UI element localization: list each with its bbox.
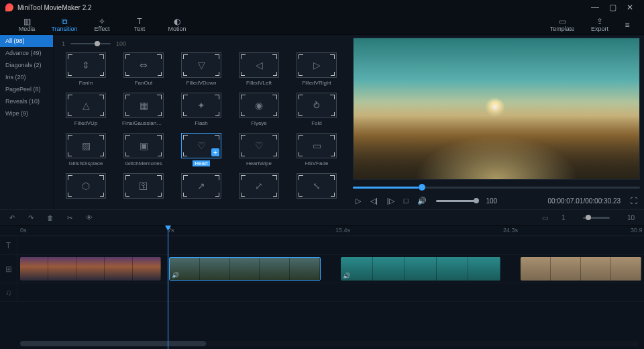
transition-label: FilledVLeft [246, 80, 272, 86]
transition-item19[interactable]: ⤡ [292, 173, 341, 201]
playhead[interactable] [168, 226, 168, 349]
transition-GlitchDisplace[interactable]: ▨GlitchDisplace [62, 133, 110, 166]
toolbar: ▥Media ⧉Transition ✧Effect TText ◐Motion… [0, 15, 644, 35]
transition-label: HeartWipe [246, 160, 272, 166]
sidebar-item-wipe[interactable]: Wipe (9) [0, 107, 53, 119]
add-transition-button[interactable]: + [211, 148, 219, 156]
audio-track-icon: ♫ [0, 283, 17, 301]
next-frame-button[interactable]: |▷ [387, 197, 394, 205]
play-button[interactable]: ▷ [356, 197, 361, 205]
zoom-max: 10 [627, 214, 635, 221]
sidebar-item-diagonals[interactable]: Diagonals (2) [0, 59, 53, 71]
preview-scrubber[interactable] [353, 183, 640, 192]
speaker-icon: 🔊 [343, 272, 350, 279]
preview-video[interactable] [353, 38, 640, 180]
stop-button[interactable]: □ [404, 197, 409, 205]
transition-item18[interactable]: ⤢ [235, 173, 283, 201]
preview-panel: ▷ ◁| |▷ □ 🔊 100 00:00:07.01/00:00:30.23 … [349, 35, 644, 209]
delete-button[interactable]: 🗑 [47, 214, 54, 221]
timeline[interactable]: 0s 7s 15.4s 24.3s 30.9 T ⊞ 🔊 🔊 ♫ [0, 226, 644, 349]
transition-label: GlitchDisplace [68, 160, 103, 166]
transition-Heart[interactable]: ♡+Heart [177, 133, 225, 166]
clip-4[interactable] [521, 257, 641, 281]
volume-slider[interactable] [436, 200, 476, 202]
fullscreen-button[interactable]: ⛶ [630, 197, 637, 205]
transition-label: FanIn [79, 80, 93, 86]
app-title: MiniTool MovieMaker 2.2 [17, 4, 586, 11]
text-track-icon: T [0, 236, 17, 254]
redo-button[interactable]: ↷ [28, 214, 34, 221]
sidebar-item-reveals[interactable]: Reveals (10) [0, 95, 53, 107]
clip-1[interactable] [20, 257, 161, 281]
transition-item16[interactable]: ⚿ [119, 173, 168, 201]
transition-label: Flyeye [251, 120, 267, 126]
transition-FilledVDown[interactable]: ▽FilledVDown [177, 52, 225, 86]
sidebar-item-advance[interactable]: Advance (49) [0, 47, 53, 59]
transition-label: HSVFade [305, 160, 329, 166]
speed-button[interactable]: 👁 [86, 214, 93, 221]
minimize-button[interactable]: ― [586, 0, 604, 15]
thumb-size-min: 1 [62, 40, 65, 47]
time-ruler[interactable]: 0s 7s 15.4s 24.3s 30.9 [0, 226, 644, 236]
transition-item15[interactable]: ⬡ [62, 173, 110, 201]
transition-label: FilledVRight [302, 80, 331, 86]
transition-browser: 1 100 ⇕FanIn⇔FanOut▽FilledVDown◁FilledVL… [54, 35, 349, 209]
tab-transition[interactable]: ⧉Transition [46, 15, 83, 35]
tab-motion[interactable]: ◐Motion [158, 15, 196, 35]
transition-GlitchMemories[interactable]: ▣GlitchMemories [119, 133, 168, 166]
video-track-icon: ⊞ [0, 255, 17, 283]
tab-text[interactable]: TText [121, 15, 158, 35]
transition-FinalGaussianNoise[interactable]: ▦FinalGaussianNoise [119, 93, 168, 126]
sidebar-item-all[interactable]: All (98) [0, 35, 53, 47]
close-button[interactable]: ✕ [621, 0, 639, 15]
titlebar: MiniTool MovieMaker 2.2 ― ▢ ✕ [0, 0, 644, 15]
transition-label: Fold [311, 120, 322, 126]
transition-Flyeye[interactable]: ◉Flyeye [235, 93, 283, 126]
zoom-min: 1 [561, 214, 566, 221]
sidebar-item-pagepeel[interactable]: PagePeel (8) [0, 83, 53, 95]
transition-HSVFade[interactable]: ▭HSVFade [292, 133, 341, 166]
transition-FilledVRight[interactable]: ▷FilledVRight [292, 52, 341, 86]
transition-label: Heart [193, 160, 210, 166]
tab-effect[interactable]: ✧Effect [83, 15, 121, 35]
clip-3[interactable]: 🔊 [341, 257, 500, 281]
transition-label: Flash [195, 120, 208, 126]
transition-FilledVUp[interactable]: △FilledVUp [62, 93, 110, 126]
export-button[interactable]: ⇪Export [581, 15, 619, 35]
volume-icon[interactable]: 🔊 [417, 197, 427, 205]
transition-item17[interactable]: ↗ [177, 173, 225, 201]
transition-FilledVLeft[interactable]: ◁FilledVLeft [235, 52, 283, 86]
split-button[interactable]: ✂ [67, 214, 72, 221]
tab-media[interactable]: ▥Media [8, 15, 46, 35]
transition-label: FanOut [135, 80, 153, 86]
transition-label: FilledVUp [74, 120, 98, 126]
transition-FanIn[interactable]: ⇕FanIn [62, 52, 110, 86]
prev-frame-button[interactable]: ◁| [370, 197, 378, 205]
video-track[interactable]: ⊞ 🔊 🔊 [0, 255, 644, 283]
thumb-size-max: 100 [116, 40, 126, 47]
clip-2-selected[interactable]: 🔊 [169, 257, 321, 281]
menu-icon[interactable]: ≡ [619, 17, 636, 32]
fit-button[interactable]: ▭ [542, 214, 548, 221]
sidebar-item-iris[interactable]: Iris (20) [0, 71, 53, 83]
transition-Flash[interactable]: ✦Flash [177, 93, 225, 126]
transition-Fold[interactable]: ⥁Fold [292, 93, 341, 126]
transition-label: FilledVDown [186, 80, 217, 86]
transition-label: GlitchMemories [125, 160, 162, 166]
text-track[interactable]: T [0, 236, 644, 255]
template-button[interactable]: ▭Template [543, 15, 581, 35]
timecode: 00:00:07.01/00:00:30.23 [548, 197, 621, 205]
speaker-icon: 🔊 [172, 272, 179, 279]
category-sidebar: All (98)Advance (49)Diagonals (2)Iris (2… [0, 35, 54, 209]
transition-label: FinalGaussianNoise [122, 120, 165, 126]
app-logo-icon [5, 3, 13, 11]
transition-HeartWipe[interactable]: ♡HeartWipe [235, 133, 283, 166]
maximize-button[interactable]: ▢ [604, 0, 621, 15]
zoom-slider[interactable] [583, 217, 610, 219]
audio-track[interactable]: ♫ [0, 283, 644, 302]
transition-FanOut[interactable]: ⇔FanOut [119, 52, 168, 86]
volume-value: 100 [486, 197, 497, 205]
timeline-scrollbar[interactable] [20, 341, 639, 346]
thumb-size-slider[interactable] [70, 43, 111, 45]
undo-button[interactable]: ↶ [9, 214, 15, 221]
